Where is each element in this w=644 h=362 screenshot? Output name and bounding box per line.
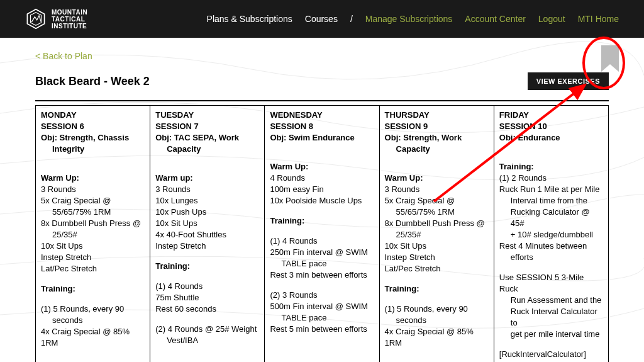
plan-line: TABLE pace — [270, 258, 374, 269]
plan-line: Vest/IBA — [155, 335, 259, 346]
plan-line: Lat/Pec Stretch — [41, 263, 145, 274]
plan-line: Instep Stretch — [385, 252, 489, 263]
nav-account[interactable]: Account Center — [465, 14, 526, 24]
plan-line: 4x Craig Special @ 85% 1RM — [385, 326, 489, 349]
logo-text: MOUNTAIN TACTICAL INSTITUTE — [52, 9, 87, 30]
plan-line: 500m Fin interval @ SWIM — [270, 301, 374, 312]
obj-hdr: Obj: Strength, Chassis — [41, 132, 145, 144]
plan-line: Rest 4 Minutes between — [499, 240, 603, 252]
day-hdr: TUESDAY — [155, 110, 259, 121]
plan-line: Ruck Interval Calculator to — [499, 306, 603, 329]
plan-line: get per mile interval time — [499, 329, 603, 340]
logo-icon — [25, 8, 47, 30]
plan-line: 4 Rounds — [270, 173, 374, 184]
back-link[interactable]: < Back to Plan — [35, 51, 92, 61]
bookmark-icon[interactable] — [601, 45, 619, 74]
plan-line: 25/35# — [385, 229, 489, 240]
plan-line: 4x Craig Special @ 85% 1RM — [41, 326, 145, 349]
section-hdr: Warm up: — [155, 173, 259, 184]
plan-column: FRIDAYSESSION 10Obj: EnduranceTraining:(… — [494, 106, 608, 362]
plan-line: 8x Dumbbell Push Press @ — [41, 218, 145, 229]
section-hdr: Warm Up: — [270, 161, 374, 173]
plan-line: (1) 5 Rounds, every 90 — [385, 303, 489, 315]
plan-line: Ruck Run 1 Mile at per Mile — [499, 184, 603, 195]
plan-line: Rucking Calculator @ 45# — [499, 206, 603, 229]
plan-line: 10x Lunges — [155, 195, 259, 206]
plan-column: MONDAYSESSION 6Obj: Strength, ChassisInt… — [36, 106, 150, 362]
nav-manage[interactable]: Manage Subscriptions — [365, 14, 453, 24]
view-exercises-button[interactable]: VIEW EXERCISES — [528, 72, 609, 90]
plan-line: 8x Dumbbell Push Press @ — [385, 218, 489, 229]
plan-line: Lat/Pec Stretch — [385, 263, 489, 274]
plan-line: (1) 4 Rounds — [155, 281, 259, 292]
nav-home[interactable]: MTI Home — [578, 14, 619, 24]
plan-line: Rest 60 seconds — [155, 303, 259, 315]
obj-hdr indent-placeholder: Capacity — [385, 144, 489, 155]
plan-line: 5x Craig Special @ — [41, 195, 145, 206]
sess-hdr: SESSION 10 — [499, 121, 603, 132]
nav-separator: / — [350, 14, 353, 24]
plan-line: 10x Push Ups — [155, 206, 259, 218]
plan-line: 3 Rounds — [385, 184, 489, 195]
day-hdr: WEDNESDAY — [270, 110, 374, 121]
divider — [35, 100, 609, 101]
plan-line: seconds — [385, 315, 489, 326]
plan-line: 55/65/75% 1RM — [385, 206, 489, 218]
section-hdr: Training: — [385, 283, 489, 295]
sess-hdr: SESSION 7 — [155, 121, 259, 132]
plan-line: efforts — [499, 252, 603, 263]
section-hdr: Training: — [270, 215, 374, 227]
plan-line: 25/35# — [41, 229, 145, 240]
plan-line: 250m Fin interval @ SWIM — [270, 247, 374, 258]
plan-line: [RuckIntervalCalculator] — [499, 349, 603, 360]
plan-column: WEDNESDAYSESSION 8Obj: Swim EnduranceWar… — [265, 106, 379, 362]
plan-column: THURSDAYSESSION 9Obj: Strength, WorkCapa… — [380, 106, 494, 362]
nav: Plans & Subscriptions Courses / Manage S… — [207, 14, 619, 24]
plan-line: Rest 5 min between efforts — [270, 324, 374, 335]
logo[interactable]: MOUNTAIN TACTICAL INSTITUTE — [25, 8, 87, 30]
plan-line: Instep Stretch — [155, 240, 259, 252]
obj-hdr: Obj: TAC SEPA, Work — [155, 132, 259, 144]
nav-courses[interactable]: Courses — [305, 14, 338, 24]
obj-hdr: Obj: Strength, Work — [385, 132, 489, 144]
plan-column: TUESDAYSESSION 7Obj: TAC SEPA, WorkCapac… — [150, 106, 265, 362]
section-hdr: Training: — [499, 161, 603, 173]
plan-table: MONDAYSESSION 6Obj: Strength, ChassisInt… — [35, 105, 609, 362]
plan-line: Instep Stretch — [41, 252, 145, 263]
day-hdr: FRIDAY — [499, 110, 603, 121]
obj-hdr indent-placeholder: Capacity — [155, 144, 259, 155]
obj-hdr indent-placeholder: Integrity — [41, 144, 145, 155]
section-hdr: Training: — [155, 261, 259, 272]
plan-line: 100m easy Fin — [270, 184, 374, 195]
plan-line: 10x Sit Ups — [155, 218, 259, 229]
plan-line: (2) 3 Rounds — [270, 290, 374, 301]
main: < Back to Plan Black Beard - Week 2 VIEW… — [0, 38, 644, 362]
plan-line: 3 Rounds — [41, 184, 145, 195]
sess-hdr: SESSION 6 — [41, 121, 145, 132]
header: MOUNTAIN TACTICAL INSTITUTE Plans & Subs… — [0, 0, 644, 38]
plan-line: Use SESSION 5 3-Mile Ruck — [499, 272, 603, 295]
day-hdr: MONDAY — [41, 110, 145, 121]
day-hdr: THURSDAY — [385, 110, 489, 121]
section-hdr: Warm Up: — [385, 173, 489, 184]
nav-plans[interactable]: Plans & Subscriptions — [207, 14, 292, 24]
plan-line: 10x Sit Ups — [41, 240, 145, 252]
plan-line: 75m Shuttle — [155, 292, 259, 303]
nav-logout[interactable]: Logout — [538, 14, 565, 24]
plan-line: Interval time from the — [499, 195, 603, 206]
plan-line: TABLE pace — [270, 312, 374, 324]
plan-line: (1) 2 Rounds — [499, 173, 603, 184]
plan-line: (1) 5 Rounds, every 90 — [41, 303, 145, 315]
plan-line: 55/65/75% 1RM — [41, 206, 145, 218]
plan-line: 4x 40-Foot Shuttles — [155, 229, 259, 240]
plan-line: + 10# sledge/dumbbell — [499, 229, 603, 240]
plan-line: 5x Craig Special @ — [385, 195, 489, 206]
plan-line: seconds — [41, 315, 145, 326]
plan-line: Run Assessment and the — [499, 295, 603, 306]
plan-line: Rest 3 min between efforts — [270, 269, 374, 281]
plan-line: (2) 4 Rounds @ 25# Weight — [155, 324, 259, 335]
plan-line: 3 Rounds — [155, 184, 259, 195]
page-title: Black Beard - Week 2 — [35, 75, 150, 88]
section-hdr: Warm Up: — [41, 173, 145, 184]
plan-line: (1) 4 Rounds — [270, 235, 374, 247]
